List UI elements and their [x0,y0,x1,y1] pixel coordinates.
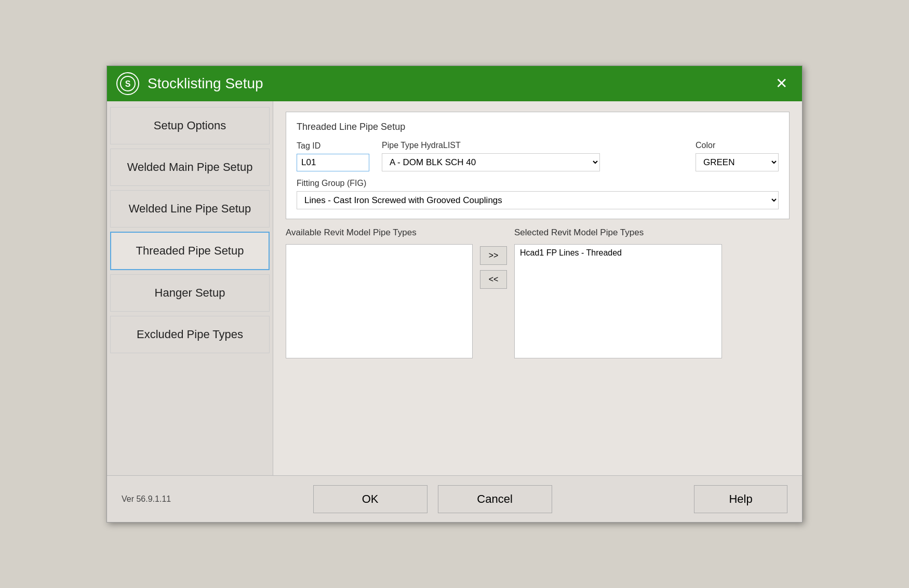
available-label: Available Revit Model Pipe Types [286,228,473,238]
titlebar: S Stocklisting Setup ✕ [107,66,802,101]
revit-model-section: Available Revit Model Pipe Types >> << S… [286,228,790,358]
tag-id-label: Tag ID [297,141,369,151]
svg-text:S: S [125,79,131,88]
dialog-title: Stocklisting Setup [148,75,770,92]
sidebar-item-excluded-pipe-types[interactable]: Excluded Pipe Types [110,316,270,353]
ok-button[interactable]: OK [313,485,427,513]
sidebar-item-welded-line-pipe[interactable]: Welded Line Pipe Setup [110,190,270,228]
sidebar: Setup Options Welded Main Pipe Setup Wel… [107,101,273,475]
threaded-line-pipe-section: Threaded Line Pipe Setup Tag ID Pipe Typ… [286,112,790,219]
version-text: Ver 56.9.1.11 [122,495,171,504]
cancel-button[interactable]: Cancel [438,485,552,513]
color-group: Color GREEN RED BLUE YELLOW BLACK [696,141,779,171]
fig-row: Fitting Group (FIG) Lines - Cast Iron Sc… [297,179,779,209]
close-button[interactable]: ✕ [770,74,793,93]
color-select[interactable]: GREEN RED BLUE YELLOW BLACK [696,153,779,171]
sidebar-item-threaded-pipe[interactable]: Threaded Pipe Setup [110,232,270,270]
form-row-top: Tag ID Pipe Type HydraLIST A - DOM BLK S… [297,141,779,171]
transfer-buttons: >> << [473,246,514,289]
dialog-window: S Stocklisting Setup ✕ Setup Options Wel… [106,65,803,523]
selected-list-box[interactable]: Hcad1 FP Lines - Threaded [514,244,722,358]
section-title: Threaded Line Pipe Setup [297,122,779,132]
tag-id-group: Tag ID [297,141,369,171]
app-icon: S [116,72,139,95]
remove-button[interactable]: << [480,270,507,289]
content-area: Threaded Line Pipe Setup Tag ID Pipe Typ… [273,101,802,475]
sidebar-item-setup-options[interactable]: Setup Options [110,107,270,144]
footer-buttons: OK Cancel [171,485,694,513]
fitting-group-label: Fitting Group (FIG) [297,179,779,188]
sidebar-item-hanger-setup[interactable]: Hanger Setup [110,274,270,312]
help-button[interactable]: Help [694,485,787,513]
footer: Ver 56.9.1.11 OK Cancel Help [107,475,802,522]
main-content: Setup Options Welded Main Pipe Setup Wel… [107,101,802,475]
color-label: Color [696,141,779,150]
available-list-group: Available Revit Model Pipe Types [286,228,473,358]
pipe-type-select[interactable]: A - DOM BLK SCH 40 B - DOM BLK SCH 80 C … [382,153,600,171]
fitting-group-select[interactable]: Lines - Cast Iron Screwed with Grooved C… [297,191,779,209]
pipe-type-label: Pipe Type HydraLIST [382,141,683,150]
pipe-type-group: Pipe Type HydraLIST A - DOM BLK SCH 40 B… [382,141,683,171]
selected-list-group: Selected Revit Model Pipe Types Hcad1 FP… [514,228,722,358]
tag-id-input[interactable] [297,154,369,171]
add-button[interactable]: >> [480,246,507,265]
available-list-box[interactable] [286,244,473,358]
sidebar-item-welded-main-pipe[interactable]: Welded Main Pipe Setup [110,149,270,186]
selected-label: Selected Revit Model Pipe Types [514,228,722,238]
list-item[interactable]: Hcad1 FP Lines - Threaded [517,247,719,259]
